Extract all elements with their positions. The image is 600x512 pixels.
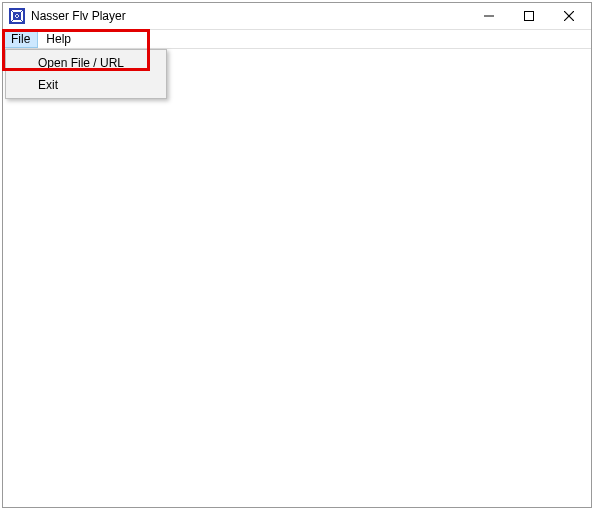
titlebar[interactable]: Nasser Flv Player xyxy=(3,3,591,29)
close-button[interactable] xyxy=(549,3,589,29)
minimize-icon xyxy=(484,11,494,21)
menu-file[interactable]: File xyxy=(3,30,38,48)
svg-rect-7 xyxy=(525,12,534,21)
menu-exit-label: Exit xyxy=(38,78,58,92)
menu-exit[interactable]: Exit xyxy=(8,74,164,96)
menu-open-file-url[interactable]: Open File / URL xyxy=(8,52,164,74)
app-icon xyxy=(9,8,25,24)
menu-file-label: File xyxy=(11,32,30,46)
menu-help-label: Help xyxy=(46,32,71,46)
app-window: Nasser Flv Player File xyxy=(2,2,592,508)
window-controls xyxy=(469,3,589,29)
window-title: Nasser Flv Player xyxy=(29,9,469,23)
menubar: File Help xyxy=(3,29,591,49)
close-icon xyxy=(564,11,574,21)
maximize-button[interactable] xyxy=(509,3,549,29)
file-dropdown: Open File / URL Exit xyxy=(5,49,167,99)
menu-open-file-url-label: Open File / URL xyxy=(38,56,124,70)
content-area xyxy=(3,49,591,507)
menu-help[interactable]: Help xyxy=(38,30,79,48)
maximize-icon xyxy=(524,11,534,21)
minimize-button[interactable] xyxy=(469,3,509,29)
